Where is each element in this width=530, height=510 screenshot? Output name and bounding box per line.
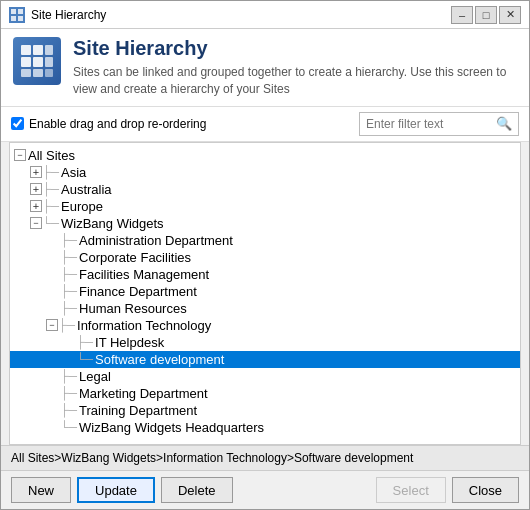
minimize-button[interactable]: – [451, 6, 473, 24]
tree-label-hr: Human Resources [79, 301, 187, 316]
svg-rect-3 [18, 16, 23, 21]
tree-item-all-sites[interactable]: −All Sites [10, 147, 520, 164]
tree-item-it[interactable]: −├─ Information Technology [10, 317, 520, 334]
title-bar-controls: – □ ✕ [451, 6, 521, 24]
expander-australia[interactable]: + [30, 183, 42, 195]
connector-finance: ├─ [60, 285, 77, 297]
expander-placeholder-hr [46, 301, 60, 315]
connector-australia: ├─ [42, 183, 59, 195]
tree-item-australia[interactable]: +├─ Australia [10, 181, 520, 198]
svg-rect-10 [21, 69, 31, 77]
connector-asia: ├─ [42, 166, 59, 178]
tree-item-hr[interactable]: ├─ Human Resources [10, 300, 520, 317]
expander-placeholder-softdev [62, 352, 76, 366]
tree-item-softdev[interactable]: └─ Software development [10, 351, 520, 368]
connector-hq: └─ [60, 421, 77, 433]
tree-label-admin: Administration Department [79, 233, 233, 248]
expander-placeholder-legal [46, 369, 60, 383]
tree-item-wizbang[interactable]: −└─ WizBang Widgets [10, 215, 520, 232]
tree-label-it: Information Technology [77, 318, 211, 333]
svg-rect-8 [33, 57, 43, 67]
search-icon: 🔍 [496, 116, 512, 131]
tree-item-legal[interactable]: ├─ Legal [10, 368, 520, 385]
tree-label-facilities: Facilities Management [79, 267, 209, 282]
svg-rect-9 [45, 57, 53, 67]
connector-training: ├─ [60, 404, 77, 416]
tree-item-marketing[interactable]: ├─ Marketing Department [10, 385, 520, 402]
connector-corp: ├─ [60, 251, 77, 263]
window-icon [9, 7, 25, 23]
maximize-button[interactable]: □ [475, 6, 497, 24]
title-bar: Site Hierarchy – □ ✕ [1, 1, 529, 29]
expander-it[interactable]: − [46, 319, 58, 331]
svg-rect-12 [45, 69, 53, 77]
expander-placeholder-hq [46, 420, 60, 434]
close-dialog-button[interactable]: Close [452, 477, 519, 503]
new-button[interactable]: New [11, 477, 71, 503]
tree-label-asia: Asia [61, 165, 86, 180]
expander-placeholder-facilities [46, 267, 60, 281]
connector-hr: ├─ [60, 302, 77, 314]
tree-label-australia: Australia [61, 182, 112, 197]
expander-all-sites[interactable]: − [14, 149, 26, 161]
header-icon [13, 37, 61, 85]
tree-label-training: Training Department [79, 403, 197, 418]
svg-rect-5 [33, 45, 43, 55]
tree-item-facilities[interactable]: ├─ Facilities Management [10, 266, 520, 283]
tree-item-finance[interactable]: ├─ Finance Department [10, 283, 520, 300]
tree-item-hq[interactable]: └─ WizBang Widgets Headquarters [10, 419, 520, 436]
close-button[interactable]: ✕ [499, 6, 521, 24]
drag-drop-checkbox-label[interactable]: Enable drag and drop re-ordering [11, 117, 206, 131]
connector-it: ├─ [58, 319, 75, 331]
header-description: Sites can be linked and grouped together… [73, 64, 517, 98]
connector-admin: ├─ [60, 234, 77, 246]
tree-item-corp[interactable]: ├─ Corporate Facilities [10, 249, 520, 266]
tree-item-admin[interactable]: ├─ Administration Department [10, 232, 520, 249]
breadcrumb-text: All Sites>WizBang Widgets>Information Te… [11, 451, 413, 465]
expander-placeholder-marketing [46, 386, 60, 400]
svg-rect-0 [11, 9, 16, 14]
tree-label-softdev: Software development [95, 352, 224, 367]
svg-rect-7 [21, 57, 31, 67]
svg-rect-4 [21, 45, 31, 55]
filter-input[interactable] [366, 117, 496, 131]
tree-section[interactable]: −All Sites+├─ Asia+├─ Australia+├─ Europ… [9, 142, 521, 445]
tree-item-asia[interactable]: +├─ Asia [10, 164, 520, 181]
connector-legal: ├─ [60, 370, 77, 382]
tree-item-helpdesk[interactable]: ├─ IT Helpdesk [10, 334, 520, 351]
tree-label-all-sites: All Sites [28, 148, 75, 163]
connector-facilities: ├─ [60, 268, 77, 280]
expander-placeholder-corp [46, 250, 60, 264]
expander-placeholder-training [46, 403, 60, 417]
expander-asia[interactable]: + [30, 166, 42, 178]
header-title: Site Hierarchy [73, 37, 517, 60]
tree-label-hq: WizBang Widgets Headquarters [79, 420, 264, 435]
drag-drop-label: Enable drag and drop re-ordering [29, 117, 206, 131]
svg-rect-2 [11, 16, 16, 21]
tree-label-europe: Europe [61, 199, 103, 214]
expander-europe[interactable]: + [30, 200, 42, 212]
tree-label-finance: Finance Department [79, 284, 197, 299]
expander-wizbang[interactable]: − [30, 217, 42, 229]
drag-drop-checkbox[interactable] [11, 117, 24, 130]
filter-box: 🔍 [359, 112, 519, 136]
select-button[interactable]: Select [376, 477, 446, 503]
tree-item-europe[interactable]: +├─ Europe [10, 198, 520, 215]
connector-wizbang: └─ [42, 217, 59, 229]
connector-softdev: └─ [76, 353, 93, 365]
connector-europe: ├─ [42, 200, 59, 212]
tree-label-marketing: Marketing Department [79, 386, 208, 401]
update-button[interactable]: Update [77, 477, 155, 503]
tree-label-wizbang: WizBang Widgets [61, 216, 164, 231]
tree-label-legal: Legal [79, 369, 111, 384]
tree-item-training[interactable]: ├─ Training Department [10, 402, 520, 419]
toolbar-row: Enable drag and drop re-ordering 🔍 [1, 107, 529, 142]
expander-placeholder-finance [46, 284, 60, 298]
header-text: Site Hierarchy Sites can be linked and g… [73, 37, 517, 98]
tree-label-helpdesk: IT Helpdesk [95, 335, 164, 350]
connector-helpdesk: ├─ [76, 336, 93, 348]
delete-button[interactable]: Delete [161, 477, 233, 503]
expander-placeholder-helpdesk [62, 335, 76, 349]
svg-rect-6 [45, 45, 53, 55]
tree-label-corp: Corporate Facilities [79, 250, 191, 265]
